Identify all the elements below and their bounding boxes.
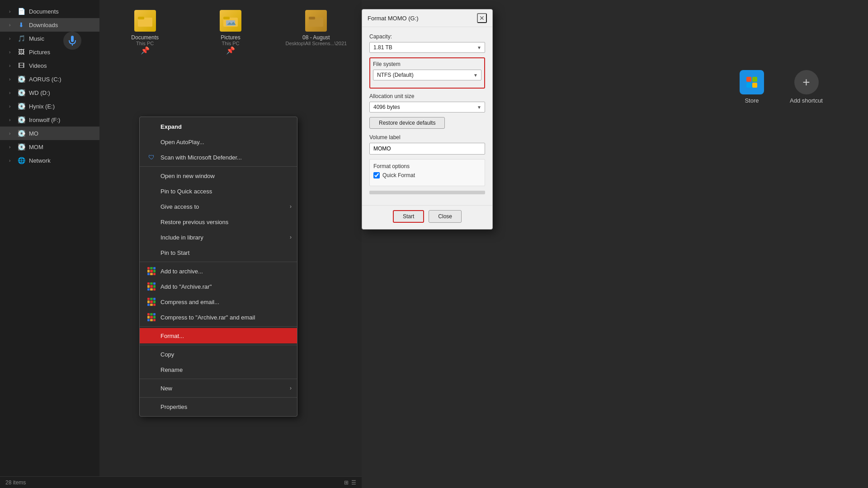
arrow-icon: › xyxy=(9,104,15,109)
new-window-icon xyxy=(147,171,156,180)
sidebar-item-downloads[interactable]: › ⬇ Downloads xyxy=(0,18,99,32)
ctx-item-add-archive-rar[interactable]: Add to "Archive.rar" xyxy=(140,279,297,294)
svg-rect-1 xyxy=(138,17,144,19)
sidebar-item-label: Documents xyxy=(29,8,59,15)
ctx-item-open-new-window[interactable]: Open in new window xyxy=(140,168,297,183)
sidebar-item-label: AORUS (C:) xyxy=(29,76,61,83)
file-sub: This PC xyxy=(136,41,154,46)
pin-icon xyxy=(147,187,156,196)
ctx-item-new[interactable]: New › xyxy=(140,380,297,396)
rar-icon xyxy=(147,297,156,306)
ctx-item-include-library[interactable]: Include in library › xyxy=(140,230,297,245)
arrow-icon: › xyxy=(9,9,15,14)
store-label: Store xyxy=(745,97,759,104)
sidebar-item-hynix[interactable]: › 💽 Hynix (E:) xyxy=(0,99,99,113)
start-button[interactable]: Start xyxy=(393,210,424,223)
sidebar-item-label: Network xyxy=(29,157,51,164)
add-shortcut-button[interactable]: + xyxy=(794,70,819,94)
dialog-footer: Start Close xyxy=(362,205,492,229)
file-name: 08 - August xyxy=(302,34,330,41)
svg-rect-3 xyxy=(223,17,230,19)
voice-search-icon[interactable] xyxy=(63,32,81,50)
sidebar-item-label: Hynix (E:) xyxy=(29,103,55,110)
view-toggle[interactable]: ⊞ ☰ xyxy=(344,479,356,486)
share-icon xyxy=(147,202,156,211)
ctx-item-expand[interactable]: Expand xyxy=(140,119,297,134)
dialog-close-button[interactable]: ✕ xyxy=(477,13,487,23)
file-sub: This PC xyxy=(222,41,239,46)
ctx-item-add-archive[interactable]: Add to archive... xyxy=(140,263,297,279)
sidebar-item-pictures[interactable]: › 🖼 Pictures xyxy=(0,45,99,59)
ctx-separator xyxy=(140,262,297,262)
sidebar-item-mo[interactable]: › 💽 MO xyxy=(0,127,99,140)
arrow-icon: › xyxy=(9,131,15,136)
svg-rect-8 xyxy=(71,36,74,42)
rename-icon xyxy=(147,365,156,374)
dialog-title: Format MOMO (G:) xyxy=(368,15,419,22)
ctx-item-format[interactable]: Format... xyxy=(140,328,297,343)
format-options-section: Format options Quick Format xyxy=(369,159,485,186)
ctx-item-copy[interactable]: Copy xyxy=(140,347,297,362)
close-button[interactable]: Close xyxy=(429,210,462,223)
quick-format-label: Quick Format xyxy=(382,172,415,178)
ctx-separator xyxy=(140,379,297,379)
drive-icon: 💽 xyxy=(17,75,25,83)
sidebar-item-label: MO xyxy=(29,130,38,137)
arrow-icon: › xyxy=(9,77,15,82)
restore-defaults-button[interactable]: Restore device defaults xyxy=(369,117,445,129)
autoplay-icon xyxy=(147,137,156,146)
arrow-icon: › xyxy=(9,90,15,95)
sidebar-item-videos[interactable]: › 🎞 Videos xyxy=(0,59,99,72)
sidebar-item-music[interactable]: › 🎵 Music xyxy=(0,32,99,45)
copy-icon xyxy=(147,350,156,359)
grid-view-icon[interactable]: ⊞ xyxy=(344,479,349,486)
svg-rect-13 xyxy=(752,83,757,88)
ctx-item-compress-archive-email[interactable]: Compress to "Archive.rar" and email xyxy=(140,310,297,325)
ctx-item-compress-email[interactable]: Compress and email... xyxy=(140,294,297,310)
ctx-item-pin-quick[interactable]: Pin to Quick access xyxy=(140,183,297,199)
ctx-item-rename[interactable]: Rename xyxy=(140,362,297,377)
ctx-separator xyxy=(140,397,297,398)
capacity-select[interactable]: 1.81 TB xyxy=(369,42,485,53)
allocation-select[interactable]: 4096 bytes xyxy=(369,102,485,113)
arrow-icon: › xyxy=(9,23,15,28)
file-item-august[interactable]: 08 - August Desktop\All Screens...\2021 xyxy=(275,5,357,60)
restore-icon xyxy=(147,217,156,226)
sidebar-item-documents[interactable]: › 📄 Documents xyxy=(0,5,99,18)
documents-icon: 📄 xyxy=(17,7,25,15)
new-icon xyxy=(147,384,156,393)
file-name: Pictures xyxy=(221,34,240,41)
ctx-item-properties[interactable]: Properties xyxy=(140,399,297,414)
file-item-pictures[interactable]: Pictures This PC 📌 xyxy=(189,5,271,60)
ctx-item-restore-versions[interactable]: Restore previous versions xyxy=(140,214,297,230)
svg-rect-11 xyxy=(752,77,757,82)
store-area: Store xyxy=(740,70,764,104)
list-view-icon[interactable]: ☰ xyxy=(351,479,356,486)
file-system-select[interactable]: NTFS (Default) xyxy=(373,70,481,80)
file-system-select-wrapper: NTFS (Default) xyxy=(373,70,481,80)
ctx-item-give-access[interactable]: Give access to › xyxy=(140,199,297,214)
sidebar-item-network[interactable]: › 🌐 Network xyxy=(0,154,99,167)
sidebar-item-label: Pictures xyxy=(29,49,50,56)
folder-icon xyxy=(220,10,241,32)
ctx-item-scan[interactable]: 🛡 Scan with Microsoft Defender... xyxy=(140,150,297,165)
drive-icon: 💽 xyxy=(17,116,25,124)
library-icon xyxy=(147,233,156,242)
quick-format-checkbox[interactable] xyxy=(373,172,380,178)
sidebar-item-ironwolf[interactable]: › 💽 Ironwolf (F:) xyxy=(0,113,99,127)
dialog-titlebar: Format MOMO (G:) ✕ xyxy=(362,9,492,27)
ctx-separator xyxy=(140,166,297,167)
store-icon[interactable] xyxy=(740,70,764,94)
drive-icon: 💽 xyxy=(17,129,25,137)
file-item-documents[interactable]: Documents This PC 📌 xyxy=(104,5,186,60)
ctx-item-autoplay[interactable]: Open AutoPlay... xyxy=(140,134,297,150)
expand-icon xyxy=(147,122,156,131)
folder-icon xyxy=(305,10,327,32)
sidebar-item-mom[interactable]: › 💽 MOM xyxy=(0,140,99,154)
ctx-item-pin-start[interactable]: Pin to Start xyxy=(140,245,297,260)
sidebar-item-aorus[interactable]: › 💽 AORUS (C:) xyxy=(0,72,99,86)
sidebar-item-wd[interactable]: › 💽 WD (D:) xyxy=(0,86,99,99)
volume-label-input[interactable] xyxy=(369,143,485,155)
defender-icon: 🛡 xyxy=(147,153,156,162)
sidebar-item-label: Ironwolf (F:) xyxy=(29,117,60,123)
